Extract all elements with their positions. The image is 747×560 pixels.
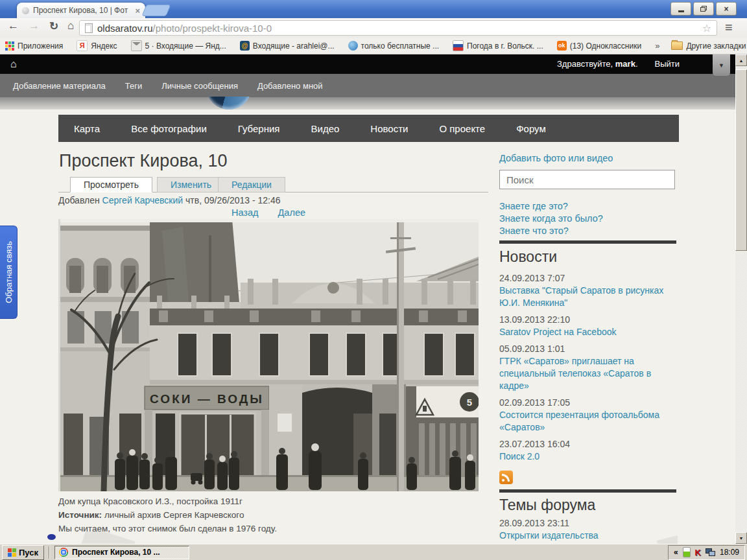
photo-caption: Дом купца Красовского И.З., постройка 19… bbox=[58, 495, 277, 535]
map-marker-icon bbox=[47, 534, 56, 540]
admin-shortcuts-bar: Добавление материала Теги Личные сообщен… bbox=[0, 74, 735, 97]
window-titlebar: Проспект Кирова, 10 | Фот × × bbox=[0, 0, 747, 18]
desktop: Проспект Кирова, 10 | Фот × × ← → ↻ ⌂ ol… bbox=[0, 0, 747, 560]
news-link[interactable]: Выставка "Старый Саратов в рисунках Ю.И.… bbox=[499, 285, 678, 309]
know-when-link[interactable]: Знаете когда это было? bbox=[499, 213, 603, 225]
add-photo-link[interactable]: Добавить фото или видео bbox=[499, 153, 613, 163]
admin-link-added-by-me[interactable]: Добавлено мной bbox=[257, 81, 323, 91]
bookmark-star-icon[interactable]: ☆ bbox=[702, 22, 711, 34]
main-navigation: Карта Все фотографии Губерния Видео Ново… bbox=[58, 115, 679, 142]
admin-link-messages[interactable]: Личные сообщения bbox=[161, 81, 238, 91]
svg-text:5: 5 bbox=[467, 397, 472, 408]
bookmarks-overflow-chevron[interactable]: » bbox=[655, 41, 659, 51]
tray-app-icon[interactable] bbox=[683, 547, 691, 557]
scrollbar-thumb[interactable] bbox=[735, 69, 747, 251]
bookmark-yandex[interactable]: Я Яндекс bbox=[77, 40, 117, 51]
task-button-chrome[interactable]: Проспект Кирова, 10 ... bbox=[54, 546, 189, 559]
reload-icon[interactable]: ↻ bbox=[49, 19, 58, 33]
rss-icon[interactable] bbox=[499, 471, 513, 484]
news-date: 24.09.2013 7:07 bbox=[499, 272, 678, 285]
window-restore-button[interactable] bbox=[693, 2, 714, 16]
tab-edit[interactable]: Изменить bbox=[157, 177, 225, 192]
mailru-icon: @ bbox=[240, 41, 250, 51]
historic-photo: СОКИ — ВОДЫ 5 bbox=[58, 219, 479, 491]
scroll-up-button[interactable]: ▲ bbox=[735, 54, 747, 66]
news-date: 23.07.2013 16:04 bbox=[499, 438, 678, 450]
globe-icon bbox=[348, 41, 358, 51]
sidebar-divider bbox=[499, 240, 676, 244]
bookmarks-bar: Приложения Я Яндекс 5 · Входящие — Янд..… bbox=[0, 38, 747, 54]
news-list: 24.09.2013 7:07 Выставка "Старый Саратов… bbox=[499, 272, 678, 467]
bookmark-inbox[interactable]: 5 · Входящие — Янд... bbox=[131, 40, 226, 51]
news-link[interactable]: ГТРК «Саратов» приглашает на специальный… bbox=[499, 355, 678, 392]
node-tabs: Просмотреть Изменить Редакции bbox=[58, 176, 488, 192]
feedback-tab[interactable]: Обратная связь bbox=[0, 226, 18, 319]
page-title: Проспект Кирова, 10 bbox=[59, 151, 228, 171]
other-bookmarks-button[interactable]: Другие закладки bbox=[671, 41, 746, 51]
back-icon[interactable]: ← bbox=[8, 19, 19, 32]
clock: 18:09 bbox=[720, 548, 739, 557]
news-link[interactable]: Состоится презентация фотоальбома «Сарат… bbox=[499, 409, 678, 434]
tray-expand-icon[interactable]: « bbox=[674, 548, 678, 557]
nav-item-forum[interactable]: Форум bbox=[501, 123, 562, 134]
next-link[interactable]: Далее bbox=[278, 207, 305, 218]
scroll-down-button[interactable]: ▼ bbox=[735, 532, 747, 544]
admin-toolbar-toggle-button[interactable]: ▼ bbox=[713, 54, 730, 76]
bookmark-free[interactable]: только бесплатные ... bbox=[348, 41, 440, 51]
home-icon[interactable]: ⌂ bbox=[67, 19, 74, 32]
know-what-link[interactable]: Знаете что это? bbox=[499, 225, 603, 237]
bookmark-weather[interactable]: Погода в г. Вольск. ... bbox=[453, 40, 543, 51]
nav-item-map[interactable]: Карта bbox=[58, 123, 115, 134]
browser-tab[interactable]: Проспект Кирова, 10 | Фот × bbox=[17, 3, 145, 18]
source-line: Источник: личный архив Сергея Карчевског… bbox=[58, 508, 277, 522]
start-button[interactable]: Пуск bbox=[2, 545, 44, 560]
system-tray: « K 18:09 bbox=[668, 545, 745, 560]
site-logo bbox=[206, 97, 252, 110]
logout-link[interactable]: Выйти bbox=[655, 59, 680, 69]
admin-link-add-content[interactable]: Добавление материала bbox=[13, 81, 106, 91]
odnoklassniki-icon: ok bbox=[557, 41, 567, 51]
news-link[interactable]: Поиск 2.0 bbox=[499, 450, 678, 463]
bookmark-mailru[interactable]: @ Входящие - arahlei@... bbox=[240, 41, 335, 51]
tab-close-icon[interactable]: × bbox=[135, 6, 140, 15]
forward-icon[interactable]: → bbox=[29, 19, 40, 32]
url-host: oldsaratov.ru bbox=[97, 23, 153, 34]
tab-revisions[interactable]: Редакции bbox=[218, 177, 285, 192]
close-icon: × bbox=[724, 5, 728, 14]
new-tab-button[interactable] bbox=[141, 5, 171, 16]
network-icon[interactable] bbox=[706, 548, 715, 556]
forum-link[interactable]: Открытки издательства bbox=[499, 530, 678, 542]
kaspersky-icon[interactable]: K bbox=[695, 548, 701, 557]
nav-item-video[interactable]: Видео bbox=[296, 123, 355, 134]
prev-link[interactable]: Назад bbox=[231, 207, 259, 218]
taskbar-divider bbox=[49, 546, 50, 559]
russia-flag-icon bbox=[453, 40, 464, 51]
tab-view[interactable]: Просмотреть bbox=[70, 177, 152, 192]
username: mark bbox=[615, 59, 635, 69]
chrome-menu-icon[interactable]: ≡ bbox=[725, 22, 738, 32]
page-icon bbox=[85, 23, 93, 33]
bookmark-apps[interactable]: Приложения bbox=[5, 41, 63, 51]
bookmark-odnoklassniki[interactable]: ok (13) Одноклассники bbox=[557, 41, 641, 51]
news-heading: Новости bbox=[499, 248, 557, 266]
nav-item-about[interactable]: О проекте bbox=[423, 123, 501, 134]
nav-item-all-photos[interactable]: Все фотографии bbox=[115, 123, 222, 134]
news-date: 13.09.2013 22:10 bbox=[499, 314, 678, 326]
nav-item-news[interactable]: Новости bbox=[355, 123, 423, 134]
tab-favicon-icon bbox=[22, 7, 29, 14]
search-input[interactable] bbox=[499, 170, 675, 189]
byline: Добавлен Сергей Карчевский чтв, 09/26/20… bbox=[58, 195, 281, 205]
windows-logo-icon bbox=[8, 548, 16, 557]
map-shape bbox=[81, 531, 135, 544]
address-bar[interactable]: oldsaratov.ru/photo/prospekt-kirova-10-0… bbox=[79, 20, 717, 36]
tab-title: Проспект Кирова, 10 | Фот bbox=[33, 6, 131, 15]
page-scrollbar[interactable]: ▲ ▼ bbox=[735, 54, 747, 544]
nav-item-gubernia[interactable]: Губерния bbox=[222, 123, 296, 134]
know-where-link[interactable]: Знаете где это? bbox=[499, 200, 603, 213]
admin-house-icon[interactable]: ⌂ bbox=[10, 58, 17, 70]
author-link[interactable]: Сергей Карчевский bbox=[102, 195, 184, 205]
admin-link-tags[interactable]: Теги bbox=[125, 81, 142, 91]
window-minimize-button[interactable] bbox=[670, 2, 691, 16]
window-close-button[interactable]: × bbox=[716, 2, 737, 16]
news-link[interactable]: Saratov Project на Facebook bbox=[499, 326, 678, 338]
